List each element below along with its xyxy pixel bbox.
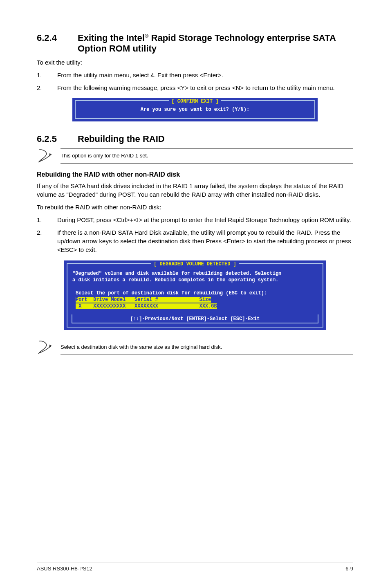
note-text: Select a destination disk with the same …	[61, 340, 353, 355]
step-number: 2.	[37, 83, 57, 92]
step-text: From the utility main menu, select 4. Ex…	[57, 71, 223, 79]
dialog-title-wrap: [ DEGRADED VOLUME DETECTED ]	[67, 260, 323, 267]
degraded-outer: [ DEGRADED VOLUME DETECTED ] "Degraded" …	[67, 263, 323, 328]
list-item: 1. During POST, press <Ctrl>+<I> at the …	[37, 215, 353, 224]
step-text: During POST, press <Ctrl>+<I> at the pro…	[57, 215, 351, 224]
dialog-footer-bar: [↑↓]-Previous/Next [ENTER]-Select [ESC]-…	[72, 314, 318, 323]
step-number: 1.	[37, 71, 57, 79]
step-text: If there is a non-RAID SATA Hard Disk av…	[57, 228, 353, 254]
section-624-heading: 6.2.4 Exiting the Intel® Rapid Storage T…	[37, 33, 353, 54]
sec625-steps: 1. During POST, press <Ctrl>+<I> at the …	[37, 215, 353, 254]
row-highlight: X XXXXXXXXXXX XXXXXXXX XXX.GB	[76, 303, 217, 309]
footer-right: 6-9	[345, 566, 353, 572]
step-text: From the following warning message, pres…	[57, 83, 335, 92]
sec625-para1: If any of the SATA hard disk drives incl…	[37, 182, 353, 199]
dialog-footer-box: [↑↓]-Previous/Next [ENTER]-Select [ESC]-…	[72, 314, 318, 323]
section-625-title: Rebuilding the RAID	[78, 134, 165, 144]
inner-instruction: Select the port of destination disk for …	[76, 290, 314, 296]
section-624-title: Exiting the Intel® Rapid Storage Technol…	[78, 33, 353, 54]
inner-header-row: Port Drive Model Serial # Size	[76, 296, 314, 303]
confirm-exit-inner: [ CONFIRM EXIT ] Are you sure you want t…	[75, 100, 315, 119]
inner-data-row: X XXXXXXXXXXX XXXXXXXX XXX.GB	[76, 303, 314, 310]
dialog-title: [ CONFIRM EXIT ]	[169, 99, 221, 104]
sec625-para2: To rebuild the RAID with other non-RAID …	[37, 203, 353, 211]
section-624-title-a: Exiting the Intel	[78, 33, 145, 43]
dialog-title: [ DEGRADED VOLUME DETECTED ]	[151, 261, 239, 267]
section-624-number: 6.2.4	[37, 33, 78, 43]
section-625-heading: 6.2.5 Rebuilding the RAID	[37, 134, 353, 144]
note-icon	[37, 340, 53, 355]
dialog-footer-text: [↑↓]-Previous/Next [ENTER]-Select [ESC]-…	[128, 316, 262, 322]
sec625-subheading: Rebuilding the RAID with other non-RAID …	[37, 171, 353, 178]
registered-mark: ®	[145, 33, 149, 39]
note-destination-disk: Select a destination disk with the same …	[37, 340, 353, 355]
step-number: 1.	[37, 215, 57, 224]
list-item: 2. From the following warning message, p…	[37, 83, 353, 92]
note-icon	[37, 148, 53, 163]
dialog-inner: Select the port of destination disk for …	[72, 287, 318, 318]
note-text: This option is only for the RAID 1 set.	[61, 148, 353, 163]
step-number: 2.	[37, 228, 57, 254]
sec624-intro: To exit the utility:	[37, 58, 353, 67]
footer-left: ASUS RS300-H8-PS12	[37, 566, 92, 572]
confirm-exit-dialog: [ CONFIRM EXIT ] Are you sure you want t…	[72, 98, 318, 121]
dialog-message: "Degraded" volume and disk available for…	[67, 267, 323, 287]
list-item: 1. From the utility main menu, select 4.…	[37, 71, 353, 79]
degraded-volume-dialog: [ DEGRADED VOLUME DETECTED ] "Degraded" …	[64, 260, 326, 330]
note-raid1: This option is only for the RAID 1 set.	[37, 148, 353, 163]
header-highlight: Port Drive Model Serial # Size	[76, 297, 211, 303]
page-footer: ASUS RS300-H8-PS12 6-9	[37, 563, 353, 572]
dialog-title-wrap: [ CONFIRM EXIT ]	[80, 97, 310, 104]
dialog-body: Are you sure you want to exit? (Y/N):	[80, 107, 310, 112]
section-625-number: 6.2.5	[37, 134, 78, 144]
list-item: 2. If there is a non-RAID SATA Hard Disk…	[37, 228, 353, 254]
sec624-steps: 1. From the utility main menu, select 4.…	[37, 71, 353, 92]
